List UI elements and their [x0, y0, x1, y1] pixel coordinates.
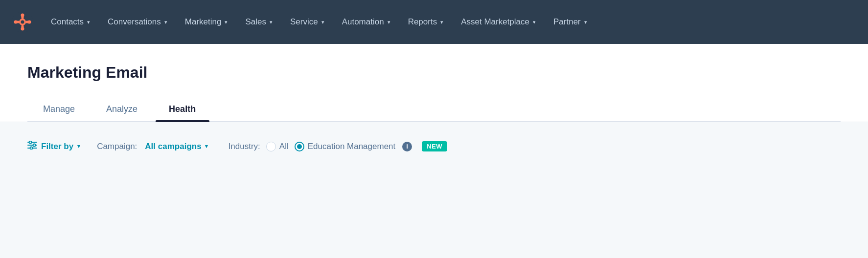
industry-all-label: All: [279, 142, 289, 151]
industry-all-radio-button[interactable]: [266, 142, 276, 151]
campaign-filter: Campaign: All campaigns ▾: [97, 142, 207, 151]
filter-icon: [27, 141, 37, 152]
automation-chevron-icon: ▾: [388, 19, 390, 25]
filter-by-chevron-icon: ▾: [77, 143, 80, 150]
industry-education-label: Education Management: [308, 142, 396, 151]
svg-point-7: [21, 27, 24, 31]
tab-health[interactable]: Health: [153, 99, 211, 121]
industry-label: Industry:: [228, 142, 260, 151]
hubspot-logo[interactable]: [12, 11, 33, 33]
asset-marketplace-chevron-icon: ▾: [533, 19, 536, 25]
tab-analyze[interactable]: Analyze: [91, 99, 153, 121]
filter-by-label: Filter by: [41, 142, 73, 151]
nav-item-contacts[interactable]: Contacts ▾: [42, 13, 99, 31]
campaign-label: Campaign:: [97, 142, 137, 151]
industry-all-radio[interactable]: All: [266, 142, 289, 151]
contacts-chevron-icon: ▾: [87, 19, 90, 25]
industry-education-radio-button[interactable]: [295, 142, 304, 151]
filter-by-button[interactable]: Filter by ▾: [27, 138, 80, 155]
page-content: Marketing Email Manage Analyze Health: [0, 44, 868, 122]
tabs-bar: Manage Analyze Health: [27, 99, 841, 122]
page-title: Marketing Email: [27, 64, 841, 82]
svg-point-14: [33, 144, 36, 147]
industry-info-icon[interactable]: i: [402, 142, 412, 151]
svg-point-16: [30, 147, 33, 150]
marketing-chevron-icon: ▾: [225, 19, 228, 25]
nav-item-conversations[interactable]: Conversations ▾: [99, 13, 176, 31]
nav-item-marketing[interactable]: Marketing ▾: [176, 13, 237, 31]
svg-point-5: [28, 21, 31, 24]
svg-point-9: [14, 21, 18, 24]
nav-item-sales[interactable]: Sales ▾: [236, 13, 281, 31]
conversations-chevron-icon: ▾: [164, 19, 167, 25]
nav-menu: Contacts ▾ Conversations ▾ Marketing ▾ S…: [42, 13, 596, 31]
nav-item-partner[interactable]: Partner ▾: [545, 13, 596, 31]
nav-item-asset-marketplace[interactable]: Asset Marketplace ▾: [452, 13, 545, 31]
filter-bar: Filter by ▾ Campaign: All campaigns ▾ In…: [0, 122, 868, 171]
service-chevron-icon: ▾: [321, 19, 324, 25]
svg-point-10: [21, 21, 24, 24]
svg-point-3: [21, 14, 24, 17]
nav-item-automation[interactable]: Automation ▾: [333, 13, 399, 31]
industry-filter: Industry: All Education Management i NEW: [228, 141, 448, 151]
nav-item-reports[interactable]: Reports ▾: [399, 13, 453, 31]
reports-chevron-icon: ▾: [440, 19, 443, 25]
new-badge: NEW: [422, 141, 447, 151]
campaign-chevron-icon: ▾: [205, 143, 208, 150]
nav-item-service[interactable]: Service ▾: [281, 13, 333, 31]
svg-point-12: [29, 141, 32, 144]
campaign-dropdown[interactable]: All campaigns ▾: [145, 142, 207, 151]
partner-chevron-icon: ▾: [584, 19, 587, 25]
sales-chevron-icon: ▾: [270, 19, 273, 25]
radio-selected-indicator: [297, 144, 302, 149]
top-navigation: Contacts ▾ Conversations ▾ Marketing ▾ S…: [0, 0, 868, 44]
tab-manage[interactable]: Manage: [27, 99, 91, 121]
industry-education-radio[interactable]: Education Management: [295, 142, 396, 151]
